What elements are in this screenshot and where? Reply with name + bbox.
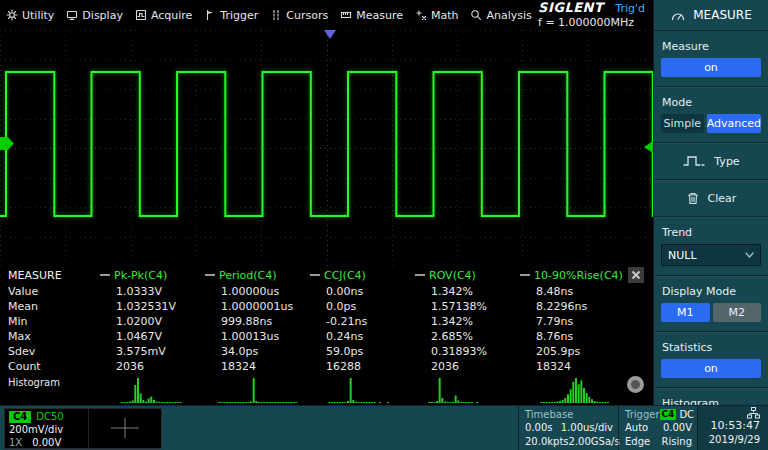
column-label: Pk-Pk(C4) bbox=[114, 269, 167, 282]
mode-section-label: Mode bbox=[662, 96, 760, 109]
cell: 8.2296ns bbox=[520, 300, 630, 313]
frequency-readout: f = 1.000000MHz bbox=[538, 16, 634, 29]
trigger-coupling: DC bbox=[679, 408, 694, 421]
channel4-descriptor[interactable]: C4 DC50 200mV/div 1X 0.00V bbox=[4, 408, 162, 449]
cell: 18324 bbox=[520, 360, 630, 373]
row-label: Max bbox=[0, 330, 100, 343]
histogram-row-label: Histogram bbox=[0, 374, 100, 405]
trigger-slope: Rising bbox=[662, 435, 692, 449]
statistics-on-button[interactable]: on bbox=[661, 359, 761, 378]
measurement-handle-icon[interactable] bbox=[520, 274, 530, 276]
menu-label: Display bbox=[82, 9, 123, 22]
trend-dropdown[interactable]: NULL bbox=[661, 244, 761, 266]
trigger-level: 0.00V bbox=[663, 421, 692, 435]
cell: 205.9ps bbox=[520, 345, 630, 358]
cell: 0.0ps bbox=[310, 300, 415, 313]
cell: 2036 bbox=[100, 360, 205, 373]
oscilloscope-screen: Utility Display Acquire Trigger Cursors … bbox=[0, 0, 768, 450]
measurement-handle-icon[interactable] bbox=[310, 274, 320, 276]
menu-label: Utility bbox=[22, 9, 54, 22]
cell: 1.0200V bbox=[100, 315, 205, 328]
table-row-min: Min 1.0200V 999.88ns -0.21ns 1.342% 7.79… bbox=[0, 314, 653, 329]
gauge-icon bbox=[670, 8, 686, 22]
timebase-points: 20.0kpts bbox=[525, 435, 569, 449]
cell: 2.685% bbox=[415, 330, 520, 343]
column-label: CCJ(C4) bbox=[324, 269, 366, 282]
measure-on-button[interactable]: on bbox=[661, 58, 761, 77]
trigger-position-indicator[interactable] bbox=[324, 30, 336, 39]
cell: 7.79ns bbox=[520, 315, 630, 328]
cell: 3.575mV bbox=[100, 345, 205, 358]
menu-utility[interactable]: Utility bbox=[0, 0, 60, 30]
table-row-max: Max 1.0467V 1.00013us 0.24ns 2.685% 8.76… bbox=[0, 329, 653, 344]
measurement-handle-icon[interactable] bbox=[205, 274, 215, 276]
clear-button[interactable]: Clear bbox=[654, 180, 768, 216]
cell: 59.0ps bbox=[310, 345, 415, 358]
cell: 1.00000us bbox=[205, 285, 310, 298]
cell: 1.0467V bbox=[100, 330, 205, 343]
cell: 0.31893% bbox=[415, 345, 520, 358]
table-row-sdev: Sdev 3.575mV 34.0ps 59.0ps 0.31893% 205.… bbox=[0, 344, 653, 359]
trigger-level-marker[interactable] bbox=[644, 141, 653, 153]
offset-crosshair bbox=[88, 409, 161, 448]
waveform-display[interactable] bbox=[0, 30, 653, 266]
row-label: Value bbox=[0, 285, 100, 298]
channel4-offset: 0.00V bbox=[32, 436, 61, 449]
menu-label: Trigger bbox=[220, 9, 258, 22]
cell: -0.21ns bbox=[310, 315, 415, 328]
measurement-handle-icon[interactable] bbox=[100, 274, 110, 276]
menu-cursors[interactable]: Cursors bbox=[264, 0, 334, 30]
mode-advanced-button[interactable]: Advanced bbox=[707, 114, 761, 133]
trigger-status: Trig'd bbox=[615, 2, 645, 15]
clock-box: 10:53:47 2019/9/29 bbox=[697, 406, 768, 450]
brand-logo: SIGLENT bbox=[538, 1, 603, 14]
trigger-source-badge: C4 bbox=[660, 409, 677, 420]
cell: 8.76ns bbox=[520, 330, 630, 343]
menu-analysis[interactable]: Analysis bbox=[464, 0, 537, 30]
cell: 1.0000001us bbox=[205, 300, 310, 313]
row-label: Mean bbox=[0, 300, 100, 313]
display-mode-m1-button[interactable]: M1 bbox=[661, 303, 710, 322]
histogram-rov bbox=[428, 377, 508, 403]
timebase-box[interactable]: Timebase 0.00s 1.00us/div 20.0kpts 2.00G… bbox=[518, 406, 618, 450]
mode-simple-button[interactable]: Simple bbox=[661, 114, 704, 133]
close-measure-table-icon[interactable] bbox=[628, 267, 644, 283]
network-icon bbox=[747, 407, 760, 419]
channel4-probe: 1X bbox=[9, 436, 22, 449]
cell: 18324 bbox=[205, 360, 310, 373]
trigger-box[interactable]: Trigger C4 DC Auto 0.00V Edge Rising bbox=[618, 406, 697, 450]
column-label: 10-90%Rise(C4) bbox=[534, 269, 623, 282]
bottom-status-bar: C4 DC50 200mV/div 1X 0.00V Timebase 0.00… bbox=[0, 405, 768, 450]
display-icon bbox=[66, 9, 78, 21]
measurement-header-row: MEASURE Pk-Pk(C4) Period(C4) CCJ(C4) ROV… bbox=[0, 266, 653, 284]
circle-handle-icon[interactable] bbox=[627, 376, 644, 393]
histogram-pkpk bbox=[113, 377, 193, 403]
measurement-handle-icon[interactable] bbox=[415, 274, 425, 276]
cell: 1.0333V bbox=[100, 285, 205, 298]
table-row-value: Value 1.0333V 1.00000us 0.00ns 1.342% 8.… bbox=[0, 284, 653, 299]
menu-math[interactable]: Math bbox=[409, 0, 465, 30]
menu-display[interactable]: Display bbox=[60, 0, 129, 30]
histogram-ccj bbox=[323, 377, 403, 403]
measure-table-corner: MEASURE bbox=[0, 269, 100, 282]
menu-label: Acquire bbox=[151, 9, 192, 22]
cell: 1.57138% bbox=[415, 300, 520, 313]
menu-label: Math bbox=[431, 9, 459, 22]
menu-measure[interactable]: Measure bbox=[334, 0, 409, 30]
clock-time: 10:53:47 bbox=[711, 419, 760, 433]
measurement-table: MEASURE Pk-Pk(C4) Period(C4) CCJ(C4) ROV… bbox=[0, 266, 653, 374]
menu-trigger[interactable]: Trigger bbox=[198, 0, 264, 30]
chevron-down-icon bbox=[745, 252, 754, 258]
sidebar-title: MEASURE bbox=[654, 0, 768, 31]
menu-label: Measure bbox=[356, 9, 403, 22]
display-mode-m2-button[interactable]: M2 bbox=[713, 303, 762, 322]
trend-dropdown-value: NULL bbox=[668, 249, 697, 262]
histogram-rise bbox=[535, 377, 615, 403]
type-button[interactable]: Type bbox=[654, 143, 768, 179]
crosshair-icon bbox=[89, 409, 161, 448]
top-menu-bar: Utility Display Acquire Trigger Cursors … bbox=[0, 0, 653, 30]
column-header-rise: 10-90%Rise(C4) bbox=[520, 269, 630, 282]
type-button-label: Type bbox=[714, 155, 739, 168]
menu-acquire[interactable]: Acquire bbox=[129, 0, 198, 30]
measure-type-icon bbox=[682, 154, 706, 168]
